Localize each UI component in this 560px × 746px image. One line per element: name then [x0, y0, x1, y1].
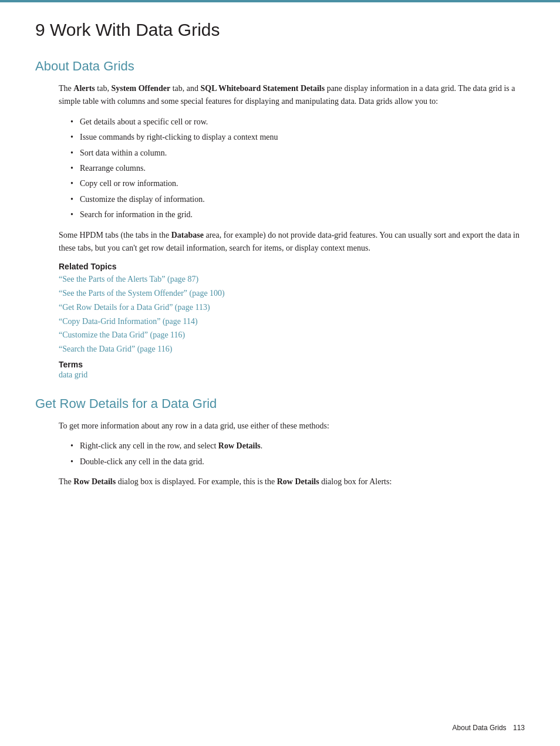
- related-topics: Related Topics “See the Parts of the Ale…: [59, 262, 525, 380]
- section2-conclusion: The Row Details dialog box is displayed.…: [59, 475, 525, 488]
- section2-bullets: Right-click any cell in the row, and sel…: [70, 440, 525, 468]
- content-area: 9 Work With Data Grids About Data Grids …: [0, 2, 560, 519]
- intro-bold3: SQL Whiteboard Statement Details: [200, 84, 325, 93]
- footer-label: About Data Grids: [453, 724, 507, 732]
- bullet-item: Sort data within a column.: [70, 147, 525, 160]
- section2: Get Row Details for a Data Grid To get m…: [35, 396, 525, 489]
- page-container: 9 Work With Data Grids About Data Grids …: [0, 0, 560, 746]
- section2-heading: Get Row Details for a Data Grid: [35, 396, 525, 411]
- related-link-4[interactable]: “Copy Data-Grid Information” (page 114): [59, 315, 525, 329]
- section1: About Data Grids The Alerts tab, System …: [35, 59, 525, 380]
- section1-intro: The Alerts tab, System Offender tab, and…: [59, 82, 525, 109]
- intro-text3: tab, and: [170, 84, 200, 93]
- intro-text1: The: [59, 84, 73, 93]
- footer: About Data Grids 113: [453, 724, 525, 732]
- related-topics-label: Related Topics: [59, 262, 525, 271]
- terms-data-grid[interactable]: data grid: [59, 370, 87, 379]
- related-link-2[interactable]: “See the Parts of the System Offender” (…: [59, 286, 525, 301]
- bullet-item: Customize the display of information.: [70, 193, 525, 206]
- footer-page-number: 113: [513, 724, 525, 732]
- conclusion-bold1: Row Details: [73, 477, 116, 486]
- section2-intro: To get more information about any row in…: [59, 420, 525, 433]
- bullet-item: Get details about a specific cell or row…: [70, 116, 525, 129]
- conclusion-text2: dialog box is displayed. For example, th…: [116, 477, 277, 486]
- bullet2-bold: Row Details: [218, 441, 261, 450]
- conclusion-text1: The: [59, 477, 73, 486]
- conclusion-text3: dialog box for Alerts:: [319, 477, 392, 486]
- intro-text2: tab,: [95, 84, 112, 93]
- bullet-item: Issue commands by right-clicking to disp…: [70, 131, 525, 144]
- bullet-item: Copy cell or row information.: [70, 177, 525, 190]
- related-link-3[interactable]: “Get Row Details for a Data Grid” (page …: [59, 301, 525, 315]
- related-link-6[interactable]: “Search the Data Grid” (page 116): [59, 342, 525, 356]
- bullet-item: Rearrange columns.: [70, 162, 525, 175]
- bullet-item-row-details: Right-click any cell in the row, and sel…: [70, 440, 525, 453]
- bullet2b-text1: Double-click any cell in the data grid.: [80, 457, 204, 466]
- bullet2-text1: Right-click any cell in the row, and sel…: [80, 441, 218, 450]
- bullet2-text2: .: [261, 441, 263, 450]
- note-bold1: Database: [171, 231, 204, 239]
- section1-note: Some HPDM tabs (the tabs in the Database…: [59, 229, 525, 255]
- related-link-5[interactable]: “Customize the Data Grid” (page 116): [59, 328, 525, 342]
- note-text1: Some HPDM tabs (the tabs in the: [59, 231, 171, 239]
- section1-heading: About Data Grids: [35, 59, 525, 74]
- related-link-1[interactable]: “See the Parts of the Alerts Tab” (page …: [59, 272, 525, 286]
- bullet-item: Search for information in the grid.: [70, 208, 525, 221]
- bullet-item-double-click: Double-click any cell in the data grid.: [70, 455, 525, 468]
- chapter-title: 9 Work With Data Grids: [35, 20, 525, 45]
- terms-label: Terms: [59, 360, 525, 369]
- section1-bullets: Get details about a specific cell or row…: [70, 116, 525, 222]
- conclusion-bold2: Row Details: [277, 477, 319, 486]
- intro-bold1: Alerts: [73, 84, 95, 93]
- intro-bold2: System Offender: [111, 84, 170, 93]
